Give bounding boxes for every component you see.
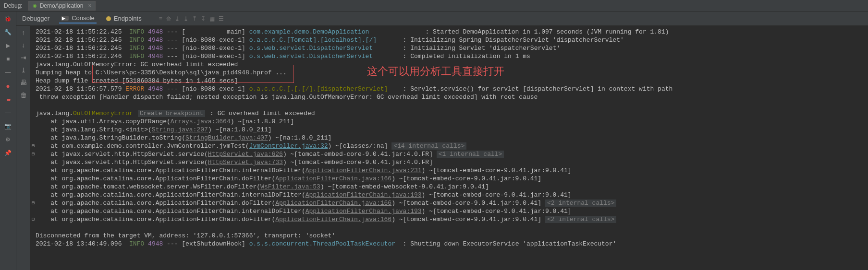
wrench-icon[interactable]: 🔧: [4, 28, 12, 36]
source-link[interactable]: ApplicationFilterChain.java:193: [306, 191, 422, 199]
divider: ―: [4, 108, 12, 117]
console-side-iconbar: ↑ ↓ ⇥ ⤓ 🖶 🗑: [16, 26, 31, 270]
source-link[interactable]: Arrays.java:3664: [171, 118, 231, 125]
export-icon-2[interactable]: ⤓: [183, 15, 188, 22]
console-line: Heap dump file created [531860384 bytes …: [36, 77, 863, 85]
export-down-icon[interactable]: ⤓: [175, 15, 180, 22]
more-icon-2[interactable]: ↧: [201, 15, 206, 22]
breakpoint-icon[interactable]: ●: [4, 82, 12, 90]
console-output[interactable]: 这个可以用分析工具直接打开 2021-02-18 11:55:22.425 IN…: [31, 26, 868, 270]
console-line: at java.util.Arrays.copyOfRange(Arrays.j…: [36, 117, 863, 126]
layout-icon[interactable]: ▦: [209, 15, 215, 22]
print-icon[interactable]: 🖶: [20, 79, 27, 86]
console-line: 2021-02-18 11:56:57.579 ERROR 4948 --- […: [36, 85, 863, 93]
console-line: 2021-02-18 11:56:22.245 INFO 4948 --- [n…: [36, 44, 863, 52]
internal-calls-badge[interactable]: <2 internal calls>: [545, 200, 616, 207]
console-line: threw exception [Handler dispatch failed…: [36, 93, 863, 101]
console-line: 2021-02-18 13:40:49.096 INFO 4948 --- [e…: [36, 240, 863, 248]
scroll-to-end-icon[interactable]: ⤓: [21, 66, 26, 74]
console-line: Disconnected from the target VM, address…: [36, 232, 863, 240]
export-up-icon[interactable]: ⟰: [166, 15, 171, 22]
debug-label: Debug:: [4, 2, 23, 9]
expand-icon[interactable]: ⊞: [32, 199, 35, 207]
source-link[interactable]: HttpServlet.java:733: [208, 159, 283, 166]
divider: ―: [4, 68, 12, 77]
right-area: Debugger ▶_ Console Endpoints ≡ ⟰ ⤓ ⤓ ⤒ …: [16, 12, 868, 270]
down-arrow-icon[interactable]: ↓: [22, 41, 25, 49]
bug-icon[interactable]: 🐞: [4, 14, 12, 23]
soft-wrap-icon[interactable]: ⇥: [21, 54, 26, 61]
internal-calls-badge[interactable]: <2 internal calls>: [545, 216, 616, 223]
tab-debugger[interactable]: Debugger: [20, 14, 51, 23]
source-link[interactable]: ApplicationFilterChain.java:166: [275, 200, 391, 207]
expand-icon[interactable]: ⊞: [32, 142, 35, 150]
source-link[interactable]: StringBuilder.java:407: [185, 134, 268, 141]
main-area: 🐞 🔧 ▶ ■ ― ● ●● ― 📷 ⚙ 📌 Debugger ▶_ Conso…: [0, 12, 868, 270]
source-link[interactable]: ApplicationFilterChain.java:166: [275, 175, 391, 182]
tab-console[interactable]: ▶_ Console: [59, 13, 97, 23]
console-line: [36, 101, 863, 109]
tab-endpoints[interactable]: Endpoints: [104, 14, 144, 23]
wrap-icon[interactable]: ☰: [219, 15, 224, 22]
source-link[interactable]: JvmController.java:32: [249, 142, 328, 150]
console-line: at org.apache.catalina.core.ApplicationF…: [36, 175, 863, 183]
console-line: at org.apache.catalina.core.ApplicationF…: [36, 207, 863, 215]
console-line: 2021-02-18 11:56:22.246 INFO 4948 --- [n…: [36, 52, 863, 60]
more-icon-1[interactable]: ⤒: [192, 15, 197, 22]
source-link[interactable]: WsFilter.java:53: [260, 183, 320, 190]
console-line: at javax.servlet.http.HttpServlet.servic…: [36, 158, 863, 166]
console-line: at javax.servlet.http.HttpServlet.servic…: [36, 150, 863, 158]
create-breakpoint-button[interactable]: Create breakpoint: [138, 110, 206, 117]
console-line: at org.apache.catalina.core.ApplicationF…: [36, 215, 863, 223]
camera-icon[interactable]: 📷: [4, 122, 12, 130]
gear-icon[interactable]: ⚙: [4, 135, 12, 144]
console-line: at java.lang.StringBuilder.toString(Stri…: [36, 134, 863, 142]
play-to-cursor-icon[interactable]: ▶: [4, 41, 12, 50]
view-breakpoints-icon[interactable]: ●●: [4, 95, 12, 104]
sub-tab-bar: Debugger ▶_ Console Endpoints ≡ ⟰ ⤓ ⤓ ⤒ …: [16, 12, 868, 26]
console-line: at java.lang.String.<init>(String.java:2…: [36, 126, 863, 134]
console-line: at com.example.demo.controller.JvmContro…: [36, 142, 863, 150]
annotation-text: 这个可以用分析工具直接打开: [367, 67, 504, 75]
debug-top-bar: Debug: ◉ DemoApplication ×: [0, 0, 868, 12]
expand-icon[interactable]: ⊞: [32, 215, 35, 223]
clear-icon[interactable]: 🗑: [20, 91, 27, 99]
filter-icon[interactable]: ≡: [159, 15, 162, 22]
console-line: at org.apache.catalina.core.ApplicationF…: [36, 191, 863, 199]
stop-icon[interactable]: ■: [4, 55, 12, 63]
close-icon[interactable]: ×: [88, 2, 91, 9]
console-line: 2021-02-18 11:56:22.245 INFO 4948 --- [n…: [36, 36, 863, 44]
source-link[interactable]: String.java:207: [152, 126, 208, 133]
left-tool-iconbar: 🐞 🔧 ▶ ■ ― ● ●● ― 📷 ⚙ 📌: [0, 12, 16, 270]
spring-icon: ◉: [33, 3, 37, 8]
source-link[interactable]: ApplicationFilterChain.java:193: [306, 208, 422, 215]
internal-calls-badge[interactable]: <14 internal calls>: [391, 142, 466, 150]
console-row: ↑ ↓ ⇥ ⤓ 🖶 🗑 这个可以用分析工具直接打开 2021-02-18 11:…: [16, 26, 868, 270]
console-line: at org.apache.catalina.core.ApplicationF…: [36, 166, 863, 175]
up-arrow-icon[interactable]: ↑: [22, 29, 25, 36]
console-line: at org.apache.catalina.core.ApplicationF…: [36, 199, 863, 207]
internal-calls-badge[interactable]: <1 internal call>: [437, 151, 504, 158]
debug-tab-label: DemoApplication: [40, 2, 84, 9]
source-link[interactable]: HttpServlet.java:626: [208, 151, 283, 158]
pin-icon[interactable]: 📌: [4, 149, 12, 157]
debug-config-tab[interactable]: ◉ DemoApplication ×: [28, 1, 96, 11]
source-link[interactable]: ApplicationFilterChain.java:166: [275, 216, 391, 223]
console-line: [36, 223, 863, 232]
source-link[interactable]: ApplicationFilterChain.java:231: [306, 167, 422, 174]
console-icon: ▶_: [61, 16, 69, 21]
console-toolbar: ≡ ⟰ ⤓ ⤓ ⤒ ↧ ▦ ☰: [159, 15, 224, 22]
console-line: java.lang.OutOfMemoryError Create breakp…: [36, 109, 863, 117]
expand-icon[interactable]: ⊞: [32, 150, 35, 158]
endpoint-icon: [106, 16, 111, 21]
console-line: 2021-02-18 11:55:22.425 INFO 4948 --- [ …: [36, 28, 863, 36]
console-line: at org.apache.tomcat.websocket.server.Ws…: [36, 183, 863, 191]
